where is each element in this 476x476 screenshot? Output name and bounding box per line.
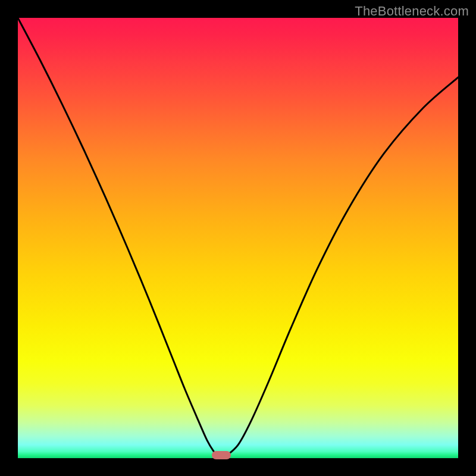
curve-svg: [18, 18, 458, 458]
plot-area: [18, 18, 458, 458]
chart-stage: TheBottleneck.com: [0, 0, 476, 476]
curve-path: [18, 18, 458, 458]
minimum-marker: [212, 451, 231, 459]
watermark-text: TheBottleneck.com: [355, 4, 469, 19]
